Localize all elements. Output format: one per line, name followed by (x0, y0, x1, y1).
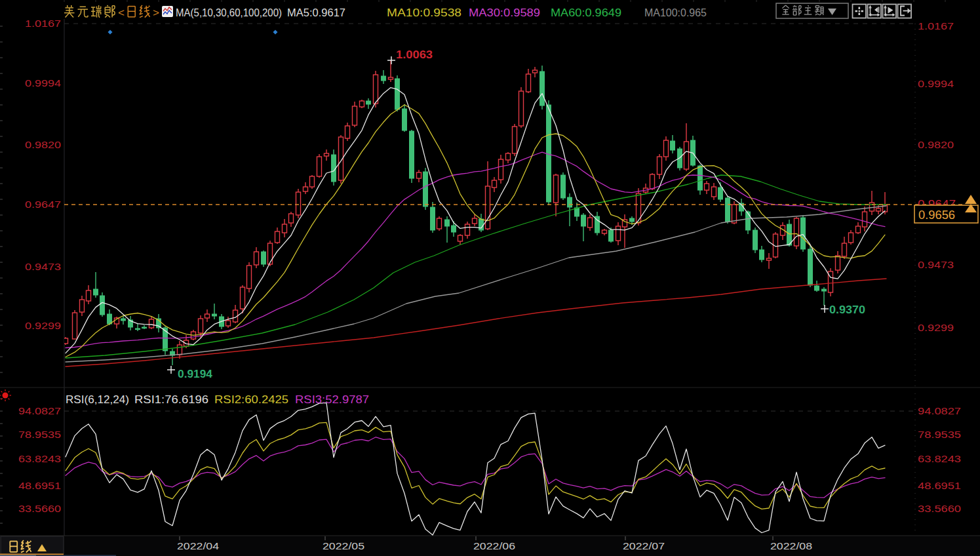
svg-text:0.9820: 0.9820 (918, 139, 954, 150)
svg-text:RSI1:76.6196: RSI1:76.6196 (134, 394, 208, 405)
svg-text:94.0827: 94.0827 (918, 405, 961, 416)
svg-text:0.9370: 0.9370 (829, 304, 865, 315)
svg-text:RSI(6,12,24): RSI(6,12,24) (66, 394, 129, 405)
svg-text:78.9535: 78.9535 (18, 429, 61, 440)
svg-text:33.5660: 33.5660 (18, 503, 61, 514)
svg-text:0.9299: 0.9299 (918, 322, 954, 333)
svg-text:MA10:0.9538: MA10:0.9538 (387, 7, 461, 19)
svg-text:2022/05: 2022/05 (323, 540, 364, 551)
svg-text:1.0167: 1.0167 (25, 18, 61, 29)
svg-text:RSI2:60.2425: RSI2:60.2425 (214, 394, 288, 405)
svg-text:MA(5,10,30,60,100,200): MA(5,10,30,60,100,200) (176, 7, 282, 18)
svg-text:2022/04: 2022/04 (177, 540, 219, 551)
svg-text:0.9473: 0.9473 (918, 259, 954, 270)
svg-text:78.9535: 78.9535 (918, 429, 961, 440)
svg-text:1.0063: 1.0063 (396, 49, 433, 60)
svg-text:0.9299: 0.9299 (25, 320, 61, 331)
svg-text:63.8243: 63.8243 (918, 453, 961, 464)
svg-text:2022/08: 2022/08 (770, 540, 812, 551)
svg-text:48.6951: 48.6951 (18, 480, 61, 491)
svg-text:63.8243: 63.8243 (18, 453, 61, 464)
svg-text:0.9820: 0.9820 (25, 139, 61, 150)
svg-text:2022/06: 2022/06 (473, 540, 515, 551)
svg-text:MA100:0.965: MA100:0.965 (644, 7, 707, 19)
svg-text:33.5660: 33.5660 (918, 503, 961, 514)
svg-text:94.0827: 94.0827 (18, 405, 61, 416)
svg-text:0.9194: 0.9194 (178, 368, 212, 380)
svg-text:MA30:0.9589: MA30:0.9589 (469, 7, 540, 19)
svg-text:MA5:0.9617: MA5:0.9617 (287, 7, 345, 18)
svg-text:MA60:0.9649: MA60:0.9649 (551, 7, 621, 19)
svg-text:48.6951: 48.6951 (918, 480, 961, 491)
svg-text:<: < (118, 7, 125, 19)
svg-text:2022/07: 2022/07 (623, 540, 665, 551)
svg-text:RSI3:52.9787: RSI3:52.9787 (295, 394, 369, 405)
svg-text:1.0167: 1.0167 (918, 20, 954, 31)
svg-text:0.9656: 0.9656 (918, 208, 955, 222)
svg-text:0.9473: 0.9473 (25, 261, 61, 272)
svg-text:>: > (153, 7, 159, 19)
svg-text:0.9994: 0.9994 (25, 77, 61, 89)
svg-text:0.9994: 0.9994 (918, 78, 954, 89)
svg-text:0.9647: 0.9647 (25, 199, 61, 210)
